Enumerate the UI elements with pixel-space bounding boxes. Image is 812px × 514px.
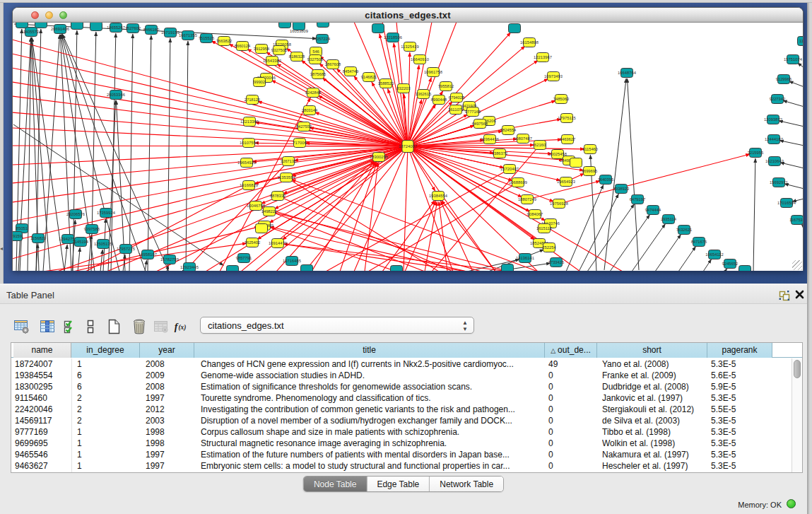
graph-node[interactable]: 14136141 [516, 254, 534, 263]
graph-node[interactable]: 15692971 [770, 178, 788, 187]
divider-collapse-arrow-icon[interactable]: ◂ [0, 245, 4, 252]
graph-node[interactable]: 7625402 [245, 238, 261, 247]
graph-node[interactable]: 9084067 [527, 210, 543, 219]
graph-node[interactable]: 9397586 [84, 225, 100, 234]
network-window-titlebar[interactable]: citations_edges.txt [13, 8, 803, 23]
graph-node[interactable]: 20206576 [66, 210, 85, 219]
table-row[interactable]: 911546021997Tourette syndrome. Phenomeno… [11, 392, 792, 404]
graph-node[interactable]: 3267130 [281, 157, 297, 166]
graph-node[interactable]: 9327508 [307, 55, 324, 64]
graph-node[interactable]: 2935114 [661, 215, 677, 224]
graph-node[interactable]: 15716485 [283, 257, 301, 266]
table-row[interactable]: 946554611997Estimation of the future num… [11, 449, 792, 460]
graph-node[interactable]: 8938923 [613, 185, 630, 194]
column-header-title[interactable]: title [194, 343, 545, 358]
column-header-pagerank[interactable]: pagerank [707, 343, 772, 358]
table-mode-button[interactable] [12, 316, 32, 337]
graph-node[interactable]: 9245652 [722, 259, 739, 269]
graph-node[interactable]: 3912954 [254, 45, 270, 54]
graph-node[interactable]: 6794028 [449, 93, 465, 103]
graph-node[interactable]: 1145194 [73, 238, 89, 247]
delete-table-button[interactable] [151, 316, 171, 337]
graph-node[interactable]: 17975115 [558, 114, 575, 123]
graph-node[interactable]: 1640395 [598, 175, 614, 185]
table-row[interactable]: 1456911722003Disruption of a novel membe… [11, 415, 792, 426]
graph-node[interactable]: 9857791 [236, 254, 252, 263]
show-columns-button[interactable] [37, 316, 57, 337]
graph-node[interactable]: 2803144 [302, 106, 318, 115]
graph-node[interactable]: 6497568 [472, 119, 488, 129]
graph-node[interactable]: 1362615 [416, 90, 432, 99]
close-panel-icon[interactable] [794, 289, 805, 300]
graph-node[interactable]: 1405572 [23, 28, 40, 37]
tab-edge-table[interactable]: Edge Table [367, 477, 430, 491]
graph-node[interactable] [570, 158, 582, 168]
memory-status-indicator[interactable] [787, 499, 796, 508]
graph-node[interactable]: 1527602 [125, 24, 141, 33]
table-row[interactable]: 969969511998Structural magnetic resonanc… [11, 438, 792, 449]
column-header-name[interactable]: name [13, 343, 71, 358]
graph-node[interactable] [90, 23, 102, 31]
graph-node[interactable]: 9699695 [582, 167, 598, 176]
graph-node[interactable]: 7632621 [676, 226, 693, 235]
graph-node[interactable]: 1167533 [789, 216, 803, 225]
function-builder-button[interactable]: f (x) [173, 316, 193, 337]
graph-node[interactable]: 7663822 [216, 37, 233, 46]
column-header-year[interactable]: year [140, 343, 194, 358]
graph-node[interactable] [256, 224, 268, 233]
graph-node[interactable]: 16053809 [290, 23, 308, 33]
graph-node[interactable]: 7357224 [314, 35, 331, 44]
graph-node[interactable] [739, 266, 751, 271]
graph-node[interactable]: 16210643 [765, 157, 784, 166]
delete-column-button[interactable] [129, 316, 149, 337]
network-canvas[interactable]: 1405572206914061065526715276028466160107… [13, 23, 803, 271]
graph-node[interactable]: 8878332 [270, 192, 286, 201]
graph-node[interactable]: 12444187 [765, 135, 783, 144]
graph-node[interactable]: 8990448 [431, 95, 447, 105]
graph-node[interactable]: 9327505 [271, 46, 288, 55]
graph-node[interactable]: 2087682 [507, 23, 523, 33]
table-row[interactable]: 946362711997Embryonic stem cells: a mode… [11, 460, 792, 472]
graph-node[interactable]: 10961758 [424, 68, 442, 77]
graph-node[interactable]: 9129966 [776, 75, 792, 84]
graph-node[interactable]: 17016504 [777, 199, 796, 208]
graph-node[interactable]: 16640910 [411, 55, 429, 64]
graph-node[interactable]: 1498222 [261, 207, 278, 216]
graph-node[interactable]: 3215955 [748, 148, 764, 158]
graph-node[interactable] [35, 23, 47, 28]
graph-node[interactable] [502, 264, 514, 271]
graph-node[interactable]: 8660124 [235, 42, 251, 51]
graph-node[interactable]: 9463627 [560, 135, 576, 144]
graph-node[interactable]: 9242848 [305, 88, 322, 98]
table-row[interactable]: 1872400712008Changes of HCN gene express… [11, 358, 792, 370]
graph-node[interactable]: 7386372 [492, 149, 508, 158]
graph-node[interactable]: 9115460 [582, 145, 598, 154]
graph-node[interactable]: 717006 [293, 139, 306, 148]
tab-node-table[interactable]: Node Table [304, 477, 367, 491]
table-select-dropdown[interactable]: citations_edges.txt ▲▼ [200, 317, 474, 334]
graph-node[interactable]: 12093872 [764, 115, 782, 124]
table-row[interactable]: 1830029562008Estimation of significance … [11, 381, 792, 392]
tab-network-table[interactable]: Network Table [430, 477, 503, 491]
graph-node[interactable]: 1615112 [536, 224, 552, 233]
graph-node[interactable]: 8471676 [691, 238, 707, 247]
graph-node[interactable]: 8813054 [370, 23, 387, 33]
graph-node[interactable]: 39159 [13, 232, 23, 241]
graph-node[interactable]: 8466160 [143, 25, 160, 35]
graph-node[interactable]: 1112 [798, 37, 804, 46]
graph-node[interactable]: 10655267 [107, 23, 125, 33]
graph-node[interactable]: 2867608 [325, 60, 341, 69]
graph-node[interactable]: 252254 [542, 243, 556, 252]
table-scrollbar[interactable] [792, 358, 802, 473]
graph-node[interactable]: 7955812 [438, 82, 454, 91]
graph-node[interactable]: 6479197 [630, 195, 646, 204]
graph-node[interactable]: 12213369 [240, 117, 259, 127]
graph-node[interactable]: 1156829 [30, 234, 46, 243]
graph-node[interactable]: 8186328 [289, 52, 305, 62]
table-row[interactable]: 977716911998Corpus callosum shape and si… [11, 426, 792, 438]
graph-node[interactable]: 7515526 [199, 34, 215, 43]
graph-node[interactable]: 1611071 [448, 105, 464, 115]
graph-node[interactable]: 12213967 [534, 53, 552, 62]
graph-node[interactable]: 16648764 [618, 69, 637, 78]
create-column-button[interactable] [104, 316, 124, 337]
